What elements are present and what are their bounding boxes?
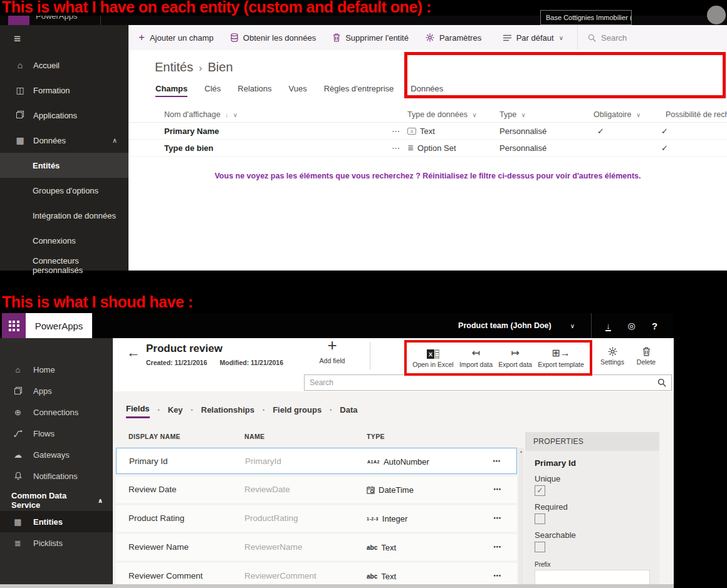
waffle-menu-icon[interactable]: [2, 313, 26, 338]
sidebar-item-integration-donnees[interactable]: Intégration de données: [0, 203, 128, 228]
delete-button[interactable]: Delete: [629, 343, 664, 366]
scroll-up-icon[interactable]: ▴: [520, 449, 523, 453]
tab-key[interactable]: Key: [168, 405, 183, 418]
field-display-name[interactable]: Product Rating: [128, 505, 184, 532]
scrollbar[interactable]: ▴: [518, 448, 524, 588]
export-data-button[interactable]: ↦ Export data: [498, 345, 532, 368]
sidebar-item-formation[interactable]: ◫ Formation: [0, 78, 128, 103]
tab-field-groups[interactable]: Field groups: [273, 405, 322, 418]
sidebar-section-common-data-service[interactable]: Common Data Service ∧: [0, 490, 113, 511]
tab-champs[interactable]: Champs: [155, 84, 187, 97]
table-row[interactable]: Product Rating ProductRating 1-2-3Intege…: [116, 505, 517, 532]
sidebar-item-label: Accueil: [33, 61, 60, 70]
table-row[interactable]: Review Date ReviewDate DateTime ⋯: [116, 477, 517, 503]
sidebar-item-home[interactable]: ⌂ Home: [0, 359, 113, 380]
column-header-required[interactable]: Obligatoire ∨: [594, 106, 641, 123]
environment-selector[interactable]: Product team (John Doe): [458, 321, 552, 330]
export-template-button[interactable]: ⊞→ Export template: [538, 345, 584, 368]
avatar[interactable]: [707, 6, 726, 24]
searchable-checkbox[interactable]: [535, 542, 545, 552]
sidebar-item-entites[interactable]: Entités: [0, 153, 128, 178]
search-input[interactable]: Search: [588, 33, 727, 43]
unique-checkbox[interactable]: ✓: [535, 485, 545, 496]
column-header-name[interactable]: NAME: [244, 433, 265, 440]
settings-button[interactable]: ◎: [620, 321, 643, 331]
tab-regles[interactable]: Règles d'entreprise: [324, 84, 394, 97]
field-display-name[interactable]: Reviewer Name: [128, 534, 189, 560]
table-row-selected[interactable]: Primary Id PrimaryId A1A2AutoNumber ⋯: [116, 448, 517, 474]
divider: [591, 313, 592, 338]
sidebar-item-connections[interactable]: ⊕ Connections: [0, 401, 113, 423]
sidebar-item-flows[interactable]: Flows: [0, 423, 113, 444]
sidebar-item-notifications[interactable]: Notifications: [0, 465, 113, 487]
back-arrow-icon[interactable]: ←: [127, 344, 140, 361]
sidebar-item-accueil[interactable]: ⌂ Accueil: [0, 53, 128, 78]
divider: [577, 25, 578, 50]
table-row[interactable]: Primary Name ⋯ Text Personnalisé ✓ ✓: [128, 123, 727, 140]
help-button[interactable]: ?: [643, 321, 666, 331]
annotation-bottom: This is what I shoud have :: [2, 293, 193, 311]
sidebar-item-connecteurs[interactable]: Connecteurs personnalisés: [0, 253, 128, 278]
field-display-name[interactable]: Type de bien: [164, 140, 214, 157]
field-type: 1-2-3Integer: [367, 505, 407, 532]
delete-entity-button[interactable]: Supprimer l'entité: [333, 33, 409, 43]
tab-relationships[interactable]: Relationships: [201, 405, 254, 418]
table-row[interactable]: Type de bien ⋯ ≣Option Set Personnalisé …: [128, 140, 727, 157]
chevron-down-icon[interactable]: ∨: [570, 322, 575, 329]
column-header-data-type[interactable]: Type de données ∨: [407, 106, 477, 123]
sidebar-item-picklists[interactable]: ≣ Picklists: [0, 532, 113, 554]
sidebar-item-gateways[interactable]: ☁ Gateways: [0, 444, 113, 465]
column-header-type[interactable]: TYPE: [367, 433, 385, 440]
add-field-button[interactable]: + Ajouter un champ: [139, 33, 214, 43]
entity-title-bar: ← Product review Created: 11/21/2016 Mod…: [113, 338, 674, 391]
row-ellipsis-icon[interactable]: ⋯: [493, 448, 503, 475]
add-field-button[interactable]: + Add field: [313, 341, 351, 364]
field-display-name[interactable]: Review Date: [128, 477, 177, 503]
import-data-button[interactable]: ↤ Import data: [459, 345, 493, 368]
searchable-check-icon: ✓: [661, 123, 668, 140]
breadcrumb-root[interactable]: Entités: [155, 60, 193, 75]
column-header-display-name[interactable]: Nom d'affichage ↓ ∨: [164, 106, 238, 123]
view-filter-dropdown[interactable]: Par défaut ∨: [503, 33, 563, 43]
search-icon[interactable]: [657, 378, 666, 387]
search-box[interactable]: [304, 374, 672, 391]
field-display-name[interactable]: Primary Id: [129, 448, 168, 475]
tab-relations[interactable]: Relations: [238, 84, 271, 97]
download-button[interactable]: ↓: [597, 321, 620, 331]
column-header-searchable[interactable]: Possibilité de rech: [666, 106, 727, 123]
dot-separator: •: [158, 407, 160, 416]
row-ellipsis-icon[interactable]: ⋯: [493, 505, 503, 532]
column-header-type[interactable]: Type ∨: [499, 106, 526, 123]
column-header-display-name[interactable]: DISPLAY NAME: [128, 433, 180, 440]
search-input[interactable]: [310, 378, 657, 387]
sidebar-item-applications[interactable]: Applications: [0, 103, 128, 128]
sidebar-item-entities[interactable]: ▦ Entities: [0, 511, 113, 532]
get-data-button[interactable]: Obtenir les données: [231, 33, 316, 43]
field-data-type: ≣Option Set: [407, 140, 456, 157]
tab-data[interactable]: Data: [340, 405, 357, 418]
sidebar-item-connexions[interactable]: Connexions: [0, 228, 128, 253]
sidebar-item-groupes-options[interactable]: Groupes d'options: [0, 178, 128, 203]
row-ellipsis-icon[interactable]: ⋯: [392, 123, 400, 140]
sidebar-item-donnees[interactable]: ▦ Données ∧: [0, 128, 128, 153]
dot-separator: •: [191, 407, 193, 416]
environment-selector[interactable]: Base Cottignies Immobilier (o...: [540, 10, 632, 25]
row-ellipsis-icon[interactable]: ⋯: [392, 140, 400, 157]
row-ellipsis-icon[interactable]: ⋯: [493, 477, 503, 503]
entity-title: Product review: [146, 343, 222, 355]
tab-vues[interactable]: Vues: [289, 84, 307, 97]
row-ellipsis-icon[interactable]: ⋯: [493, 534, 503, 560]
table-row[interactable]: Reviewer Name ReviewerName abcText ⋯: [116, 534, 517, 560]
field-display-name[interactable]: Primary Name: [164, 123, 219, 140]
required-checkbox[interactable]: [535, 513, 545, 524]
field-name: PrimaryId: [245, 448, 281, 475]
settings-button[interactable]: Paramètres: [426, 33, 481, 43]
sidebar-item-apps[interactable]: Apps: [0, 380, 113, 401]
hamburger-menu-icon[interactable]: ≡: [0, 25, 128, 53]
open-in-excel-button[interactable]: Open in Excel: [412, 345, 453, 368]
dot-separator: •: [330, 407, 332, 416]
tab-fields[interactable]: Fields: [126, 404, 150, 418]
settings-button[interactable]: Settings: [595, 343, 630, 366]
tab-cles[interactable]: Clés: [204, 84, 221, 97]
top-app-bar: PowerApps Product team (John Doe) ∨ ↓ ◎ …: [0, 313, 674, 338]
